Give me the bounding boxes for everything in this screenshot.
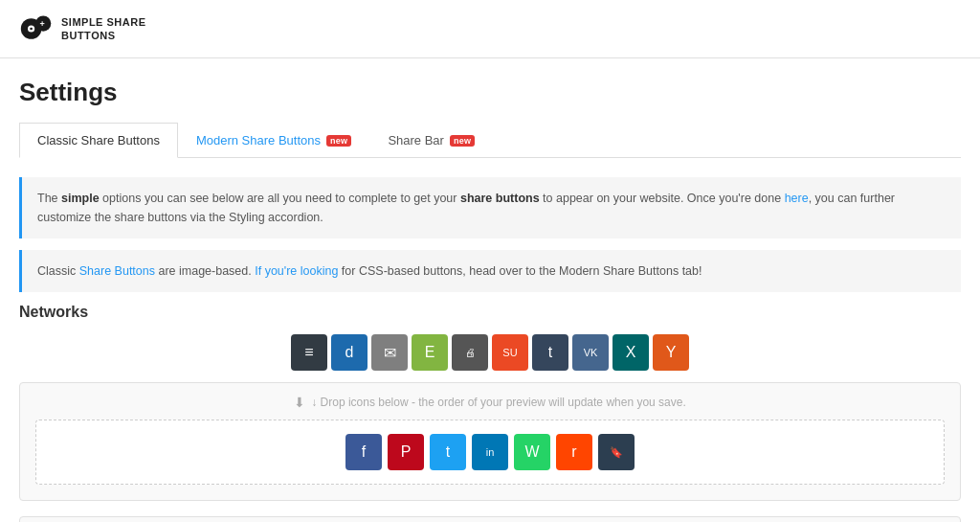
logo-text: SIMPLE SHARE BUTTONS (61, 15, 146, 43)
drop-hint: ⬇ ↓ Drop icons below - the order of your… (35, 395, 945, 410)
network-icon-yummly[interactable]: Y (653, 334, 689, 371)
logo-area: + SIMPLE SHARE BUTTONS (19, 11, 146, 46)
network-icon-xing[interactable]: X (612, 334, 649, 371)
network-icon-stumble[interactable]: SU (492, 334, 528, 371)
networks-title: Networks (19, 304, 961, 321)
active-icon-pinterest[interactable]: P (388, 434, 424, 470)
page-title: Settings (19, 78, 961, 107)
tabs: Classic Share Buttons Modern Share Butto… (19, 123, 961, 158)
whatsapp-notice: The whatsapp button only appears on mobi… (19, 516, 961, 522)
page-content: Settings Classic Share Buttons Modern Sh… (0, 58, 980, 522)
network-icon-print[interactable]: 🖨 (452, 334, 488, 371)
network-icon-digg[interactable]: d (331, 334, 368, 371)
svg-text:+: + (40, 19, 45, 29)
tab-classic[interactable]: Classic Share Buttons (19, 123, 178, 158)
active-icon-twitter[interactable]: t (430, 434, 466, 470)
tab-share-bar[interactable]: Share Bar new (369, 123, 493, 157)
network-icon-vk[interactable]: VK (572, 334, 609, 371)
networks-section: Networks ≡d✉E🖨SUtVKXY ⬇ ↓ Drop icons bel… (19, 304, 961, 522)
network-icon-tumblr[interactable]: t (532, 334, 568, 371)
tab-modern[interactable]: Modern Share Buttons new (178, 123, 369, 157)
active-icon-bookmark[interactable]: 🔖 (598, 434, 635, 470)
active-icon-whatsapp[interactable]: W (514, 434, 550, 470)
logo-icon: + (19, 11, 54, 46)
svg-point-2 (30, 28, 33, 31)
active-icon-linkedin[interactable]: in (472, 434, 508, 470)
info-box-1: The simple options you can see below are… (19, 177, 961, 238)
info-box-2: Classic Share Buttons are image-based. I… (19, 250, 961, 292)
header: + SIMPLE SHARE BUTTONS (0, 0, 980, 58)
drop-zone-wrapper: ⬇ ↓ Drop icons below - the order of your… (19, 382, 961, 501)
badge-new-sharebar: new (450, 135, 475, 147)
network-icon-envato[interactable]: E (412, 334, 448, 371)
network-icons-top: ≡d✉E🖨SUtVKXY (19, 334, 961, 371)
network-icon-email[interactable]: ✉ (371, 334, 408, 371)
active-icon-reddit[interactable]: r (556, 434, 592, 470)
active-icon-facebook[interactable]: f (345, 434, 382, 470)
badge-new-modern: new (326, 135, 351, 147)
network-icon-buffer[interactable]: ≡ (291, 334, 327, 371)
download-icon: ⬇ (294, 395, 305, 410)
drop-area[interactable]: fPtinWr🔖 (35, 420, 945, 485)
